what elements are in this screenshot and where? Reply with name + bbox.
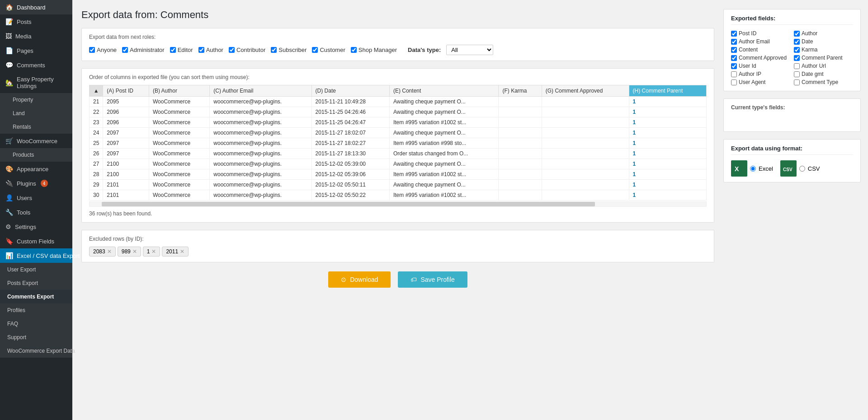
row-content: Awaiting cheque payment O... bbox=[389, 180, 499, 190]
field-checkbox[interactable] bbox=[731, 39, 737, 45]
remove-tag[interactable]: ✕ bbox=[132, 248, 137, 255]
field-checkbox[interactable] bbox=[794, 55, 800, 61]
sidebar-item-label: Users bbox=[17, 195, 32, 201]
field-checkbox-label[interactable]: Comment Parent bbox=[794, 55, 853, 61]
row-parent: 1 bbox=[629, 107, 706, 117]
role-administrator[interactable]: Administrator bbox=[122, 47, 165, 53]
sidebar-item-custom-fields[interactable]: 🔖 Custom Fields bbox=[0, 234, 72, 248]
sidebar-item-posts[interactable]: 📝 Posts bbox=[0, 14, 72, 29]
sidebar-sub-profiles[interactable]: Profiles bbox=[0, 303, 72, 317]
excluded-tag: 989 ✕ bbox=[118, 247, 141, 257]
row-post-id: 2097 bbox=[103, 149, 149, 159]
field-checkbox-label[interactable]: Author Email bbox=[731, 38, 790, 45]
sidebar-sub-user-export[interactable]: User Export bbox=[0, 263, 72, 276]
sidebar-item-property[interactable]: Property bbox=[0, 93, 72, 107]
field-checkbox-label[interactable]: Comment Approved bbox=[731, 55, 790, 61]
role-contributor[interactable]: Contributor bbox=[229, 47, 265, 53]
field-checkbox[interactable] bbox=[731, 47, 737, 53]
table-row: 26 2097 WooCommerce woocommerce@wp-plugi… bbox=[90, 149, 707, 159]
field-checkbox[interactable] bbox=[794, 47, 800, 53]
field-checkbox[interactable] bbox=[731, 71, 737, 77]
csv-svg: CSV bbox=[782, 162, 795, 175]
remove-tag[interactable]: ✕ bbox=[151, 248, 156, 255]
field-checkbox[interactable] bbox=[794, 63, 800, 69]
sidebar-item-products[interactable]: Products bbox=[0, 148, 72, 162]
field-checkbox[interactable] bbox=[794, 79, 800, 85]
field-checkbox[interactable] bbox=[731, 63, 737, 69]
sidebar-item-appearance[interactable]: 🎨 Appearance bbox=[0, 162, 72, 176]
role-author[interactable]: Author bbox=[198, 47, 223, 53]
plugins-badge: 4 bbox=[41, 180, 48, 187]
row-post-id: 2101 bbox=[103, 180, 149, 190]
row-parent: 1 bbox=[629, 117, 706, 128]
field-checkbox-label[interactable]: Author Url bbox=[794, 63, 853, 69]
row-content: Item #995 variation #1002 st... bbox=[389, 190, 499, 201]
field-checkbox[interactable] bbox=[794, 71, 800, 77]
field-checkbox[interactable] bbox=[731, 79, 737, 85]
download-button[interactable]: ⊙ Download bbox=[328, 271, 391, 288]
sidebar-item-comments[interactable]: 💬 Comments bbox=[0, 58, 72, 72]
sidebar-item-plugins[interactable]: 🔌 Plugins 4 bbox=[0, 176, 72, 191]
role-customer[interactable]: Customer bbox=[312, 47, 345, 53]
sidebar-item-pages[interactable]: 📄 Pages bbox=[0, 43, 72, 58]
field-checkbox[interactable] bbox=[731, 55, 737, 61]
table-scrollbar[interactable] bbox=[89, 201, 707, 207]
sidebar-item-excel-csv[interactable]: 📊 Excel / CSV data Export bbox=[0, 248, 72, 263]
sidebar-item-media[interactable]: 🖼 Media bbox=[0, 29, 72, 43]
sidebar-item-users[interactable]: 👤 Users bbox=[0, 191, 72, 205]
sort-up-btn[interactable]: ▲ bbox=[90, 85, 103, 97]
sidebar-sub-faq[interactable]: FAQ bbox=[0, 317, 72, 331]
role-subscriber[interactable]: Subscriber bbox=[271, 47, 307, 53]
sidebar-item-land[interactable]: Land bbox=[0, 107, 72, 120]
field-checkbox[interactable] bbox=[794, 39, 800, 45]
role-editor[interactable]: Editor bbox=[170, 47, 193, 53]
sidebar-item-dashboard[interactable]: 🏠 Dashboard bbox=[0, 0, 72, 14]
csv-radio[interactable] bbox=[799, 166, 805, 172]
sidebar-sub-posts-export[interactable]: Posts Export bbox=[0, 276, 72, 290]
sidebar-item-label: Appearance bbox=[17, 166, 48, 173]
sidebar-sub-woocommerce-export[interactable]: WooCommerce Export Data bbox=[0, 344, 72, 358]
posts-icon: 📝 bbox=[5, 18, 13, 25]
sidebar-sub-support[interactable]: Support bbox=[0, 331, 72, 344]
field-checkbox[interactable] bbox=[731, 31, 737, 37]
format-excel[interactable]: X Excel bbox=[731, 160, 773, 177]
fields-grid: Post ID Author Author Email Date Content… bbox=[731, 30, 853, 85]
data-type-select[interactable]: All Approved Spam Trash bbox=[446, 45, 493, 55]
sidebar-item-tools[interactable]: 🔧 Tools bbox=[0, 205, 72, 219]
role-shop-manager[interactable]: Shop Manager bbox=[351, 47, 397, 53]
field-checkbox-label[interactable]: Content bbox=[731, 47, 790, 53]
dashboard-icon: 🏠 bbox=[5, 4, 13, 11]
media-icon: 🖼 bbox=[5, 33, 12, 40]
field-label: User Agent bbox=[739, 79, 765, 85]
sidebar-item-rentals[interactable]: Rentals bbox=[0, 120, 72, 134]
field-checkbox-label[interactable]: User Agent bbox=[731, 79, 790, 85]
col-post-id: (A) Post ID bbox=[103, 85, 149, 97]
field-checkbox-label[interactable]: Date bbox=[794, 38, 853, 45]
field-checkbox-label[interactable]: User Id bbox=[731, 63, 790, 69]
sidebar-sub-comments-export[interactable]: Comments Export bbox=[0, 290, 72, 303]
field-checkbox-label[interactable]: Karma bbox=[794, 47, 853, 53]
field-checkbox-label[interactable]: Post ID bbox=[731, 30, 790, 37]
right-panel: Exported fields: Post ID Author Author E… bbox=[723, 0, 868, 420]
col-date: (D) Date bbox=[311, 85, 389, 97]
save-profile-button[interactable]: 🏷 Save Profile bbox=[398, 271, 467, 288]
field-checkbox-label[interactable]: Author bbox=[794, 30, 853, 37]
field-checkbox-label[interactable]: Date gmt bbox=[794, 71, 853, 77]
export-format-box: Export data using format: X Excel CSV bbox=[723, 139, 861, 182]
remove-tag[interactable]: ✕ bbox=[180, 248, 184, 255]
sidebar-item-label: Media bbox=[15, 33, 31, 40]
field-checkbox-label[interactable]: Author IP bbox=[731, 71, 790, 77]
sidebar-item-woocommerce[interactable]: 🛒 WooCommerce bbox=[0, 134, 72, 148]
sidebar-item-easy-property[interactable]: 🏡 Easy PropertyListings bbox=[0, 72, 72, 93]
sidebar-item-settings[interactable]: ⚙ Settings bbox=[0, 219, 72, 234]
field-checkbox[interactable] bbox=[794, 31, 800, 37]
current-type-label: Current type's fields: bbox=[731, 104, 853, 111]
remove-tag[interactable]: ✕ bbox=[107, 248, 112, 255]
excel-radio[interactable] bbox=[750, 166, 756, 172]
role-anyone[interactable]: Anyone bbox=[89, 47, 117, 53]
columns-label: Order of columns in exported file (you c… bbox=[89, 74, 707, 80]
sidebar-sub-label: Posts Export bbox=[7, 280, 38, 286]
field-checkbox-label[interactable]: Comment Type bbox=[794, 79, 853, 85]
format-csv[interactable]: CSV CSV bbox=[780, 160, 820, 177]
row-content: Awaiting cheque payment O... bbox=[389, 97, 499, 107]
